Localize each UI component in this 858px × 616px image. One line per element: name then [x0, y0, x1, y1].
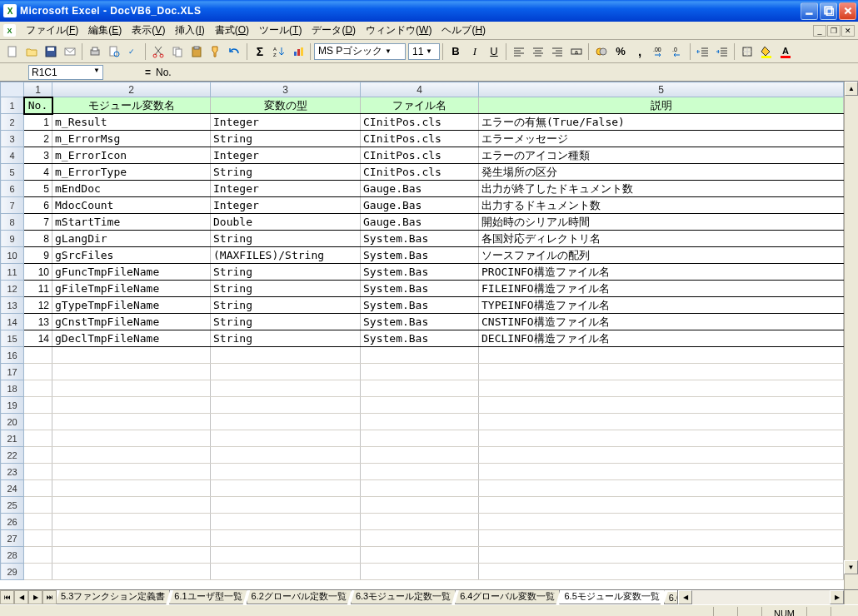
- scroll-right-button[interactable]: ▶: [830, 590, 844, 604]
- cell-no[interactable]: 2: [24, 131, 52, 147]
- cell-type[interactable]: String: [211, 297, 361, 314]
- row-header[interactable]: 7: [1, 197, 24, 214]
- vertical-scrollbar[interactable]: ▲ ▼: [844, 82, 858, 589]
- cell-file[interactable]: Gauge.Bas: [361, 197, 479, 214]
- table-row[interactable]: 32m_ErrorMsgStringCInitPos.clsエラーメッセージ: [1, 131, 844, 147]
- paste-icon[interactable]: [187, 42, 206, 61]
- scroll-up-button[interactable]: ▲: [845, 82, 858, 96]
- sheet-tab[interactable]: 6.3モジュール定数一覧: [351, 590, 456, 604]
- row-header[interactable]: 8: [1, 214, 24, 231]
- table-row[interactable]: 65mEndDocIntegerGauge.Bas出力が終了したドキュメント数: [1, 181, 844, 197]
- cell-modvar[interactable]: gTypeTmpFileName: [52, 297, 211, 314]
- col-header[interactable]: 1: [24, 82, 52, 97]
- cell-modvar[interactable]: mStartTime: [52, 214, 211, 231]
- format-painter-icon[interactable]: [207, 42, 225, 61]
- row-header[interactable]: 9: [1, 231, 24, 247]
- menu-item[interactable]: ウィンドウ(W): [361, 22, 436, 37]
- row-header[interactable]: 19: [1, 397, 24, 414]
- decrease-indent-icon[interactable]: [694, 42, 712, 61]
- increase-decimal-icon[interactable]: .00: [650, 42, 668, 61]
- header-type[interactable]: 変数の型: [211, 97, 361, 114]
- sheet-tab[interactable]: 6.1ユーザ型一覧: [169, 590, 247, 604]
- cell-type[interactable]: String: [211, 281, 361, 297]
- row-header[interactable]: 24: [1, 480, 24, 497]
- print-preview-icon[interactable]: [105, 42, 123, 61]
- row-header[interactable]: 26: [1, 514, 24, 530]
- cell-file[interactable]: CInitPos.cls: [361, 131, 479, 147]
- cell-type[interactable]: String: [211, 264, 361, 281]
- cell-modvar[interactable]: gFileTmpFileName: [52, 281, 211, 297]
- row-header[interactable]: 10: [1, 247, 24, 264]
- table-row[interactable]: 1413gCnstTmpFileNameStringSystem.BasCNST…: [1, 314, 844, 330]
- cell-type[interactable]: Integer: [211, 114, 361, 131]
- comma-icon[interactable]: ,: [631, 42, 649, 61]
- sheet-tab[interactable]: 6.4グローバル変数一覧: [455, 590, 560, 604]
- cell-no[interactable]: 5: [24, 181, 52, 197]
- fill-color-icon[interactable]: [757, 42, 776, 61]
- table-row[interactable]: 21m_ResultIntegerCInitPos.clsエラーの有無(True…: [1, 114, 844, 131]
- cell-file[interactable]: System.Bas: [361, 330, 479, 347]
- cell-type[interactable]: String: [211, 164, 361, 181]
- table-row[interactable]: 1110gFuncTmpFileNameStringSystem.BasPROC…: [1, 264, 844, 281]
- table-row[interactable]: 98gLangDirStringSystem.Bas各国対応ディレクトリ名: [1, 231, 844, 247]
- percent-icon[interactable]: %: [611, 42, 630, 61]
- increase-indent-icon[interactable]: [713, 42, 731, 61]
- cell-modvar[interactable]: gCnstTmpFileName: [52, 314, 211, 330]
- undo-icon[interactable]: [226, 42, 244, 61]
- close-button[interactable]: [839, 2, 856, 20]
- minimize-button[interactable]: [801, 2, 818, 20]
- tab-nav-first[interactable]: ⏮: [0, 590, 14, 604]
- cell-modvar[interactable]: MdocCount: [52, 197, 211, 214]
- chart-icon[interactable]: [289, 42, 307, 61]
- cell-file[interactable]: System.Bas: [361, 314, 479, 330]
- scroll-down-button[interactable]: ▼: [844, 560, 858, 574]
- header-no[interactable]: No.: [24, 97, 52, 114]
- save-icon[interactable]: [42, 42, 60, 61]
- sheet-tab[interactable]: 5.3ファンクション定義書: [57, 590, 170, 604]
- cell-file[interactable]: System.Bas: [361, 247, 479, 264]
- col-header[interactable]: 2: [52, 82, 211, 97]
- table-row[interactable]: 20: [1, 414, 844, 430]
- table-row[interactable]: 1514gDeclTmpFileNameStringSystem.BasDECL…: [1, 330, 844, 347]
- cell-modvar[interactable]: m_ErrorMsg: [52, 131, 211, 147]
- cell-file[interactable]: Gauge.Bas: [361, 181, 479, 197]
- table-row[interactable]: 18: [1, 380, 844, 397]
- cell-no[interactable]: 8: [24, 231, 52, 247]
- row-header[interactable]: 2: [1, 114, 24, 131]
- align-right-icon[interactable]: [548, 42, 566, 61]
- workbook-icon[interactable]: X: [3, 24, 16, 37]
- cell-type[interactable]: String: [211, 131, 361, 147]
- table-row[interactable]: 16: [1, 347, 844, 364]
- cell-modvar[interactable]: m_ErrorIcon: [52, 147, 211, 164]
- table-row[interactable]: 54m_ErrorTypeStringCInitPos.cls発生場所の区分: [1, 164, 844, 181]
- font-color-icon[interactable]: A: [776, 42, 795, 61]
- spellcheck-icon[interactable]: ✓: [124, 42, 142, 61]
- menu-item[interactable]: 表示(V): [127, 22, 170, 37]
- cell-file[interactable]: CInitPos.cls: [361, 147, 479, 164]
- cell-no[interactable]: 13: [24, 314, 52, 330]
- cell-no[interactable]: 7: [24, 214, 52, 231]
- align-left-icon[interactable]: [510, 42, 528, 61]
- table-row[interactable]: 19: [1, 397, 844, 414]
- col-header[interactable]: 3: [211, 82, 361, 97]
- cell-file[interactable]: CInitPos.cls: [361, 114, 479, 131]
- menu-item[interactable]: ヘルプ(H): [436, 22, 491, 37]
- cell-desc[interactable]: DECLINFO構造ファイル名: [479, 330, 844, 347]
- cell-no[interactable]: 4: [24, 164, 52, 181]
- scroll-left-button[interactable]: ◀: [678, 590, 692, 604]
- cell-file[interactable]: System.Bas: [361, 264, 479, 281]
- row-header[interactable]: 14: [1, 314, 24, 330]
- cut-icon[interactable]: [149, 42, 167, 61]
- cell-type[interactable]: String: [211, 330, 361, 347]
- cell-file[interactable]: Gauge.Bas: [361, 214, 479, 231]
- decrease-decimal-icon[interactable]: .0: [669, 42, 687, 61]
- table-row[interactable]: 23: [1, 464, 844, 480]
- row-header[interactable]: 15: [1, 330, 24, 347]
- column-headers[interactable]: 1 2 3 4 5: [1, 82, 844, 97]
- bold-icon[interactable]: B: [446, 42, 465, 61]
- table-row[interactable]: 24: [1, 480, 844, 497]
- table-row[interactable]: 109gSrcFiles(MAXFILES)/StringSystem.Basソ…: [1, 247, 844, 264]
- underline-icon[interactable]: U: [485, 42, 503, 61]
- cell-type[interactable]: String: [211, 231, 361, 247]
- header-desc[interactable]: 説明: [479, 97, 844, 114]
